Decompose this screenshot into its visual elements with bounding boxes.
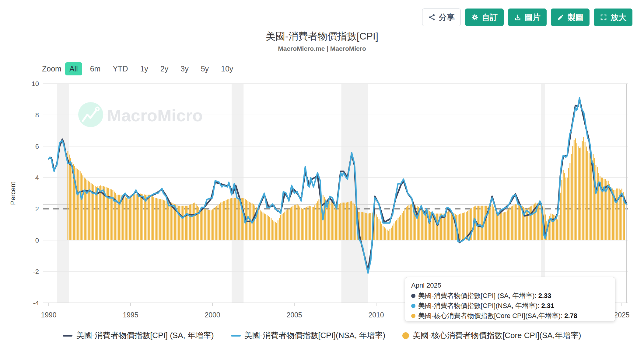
- chart-tooltip: April 2025 美國-消費者物價指數[CPI] (SA, 年增率): 2.…: [405, 277, 615, 321]
- core-cpi-bar: [142, 194, 143, 240]
- core-cpi-bar: [128, 199, 128, 240]
- zoom-option-10y[interactable]: 10y: [217, 62, 237, 75]
- core-cpi-bar: [336, 205, 337, 240]
- core-cpi-bar: [157, 199, 158, 240]
- core-cpi-bar: [350, 202, 351, 240]
- core-cpi-bar: [329, 201, 330, 240]
- macromicro-chart-page: { "header": { "title": "美國-消費者物價指數[CPI]"…: [0, 0, 644, 363]
- zoom-option-ytd[interactable]: YTD: [108, 62, 132, 75]
- customize-button[interactable]: 自訂: [465, 9, 504, 26]
- core-cpi-bar: [292, 206, 293, 240]
- core-cpi-bar: [297, 204, 298, 240]
- fullscreen-button-label: 放大: [611, 12, 626, 23]
- core-cpi-bar: [569, 163, 570, 240]
- core-cpi-bar: [179, 206, 180, 240]
- core-cpi-bar: [460, 214, 461, 240]
- core-cpi-bar: [611, 187, 611, 240]
- core-cpi-bar: [308, 206, 309, 240]
- recession-band: [57, 84, 69, 303]
- core-cpi-bar: [268, 216, 269, 240]
- zoom-option-5y[interactable]: 5y: [197, 62, 213, 75]
- core-cpi-bar: [207, 209, 208, 240]
- core-cpi-bar: [86, 180, 87, 240]
- core-cpi-bar: [231, 198, 232, 240]
- zoom-option-6m[interactable]: 6m: [86, 62, 105, 75]
- core-cpi-bar: [78, 170, 79, 240]
- core-cpi-bar: [272, 220, 273, 240]
- core-cpi-bar: [264, 213, 265, 240]
- core-cpi-bar: [302, 209, 303, 240]
- core-cpi-bar: [596, 165, 597, 240]
- core-cpi-bar: [617, 188, 618, 240]
- core-cpi-bar: [429, 211, 430, 240]
- image-download-button[interactable]: 圖片: [508, 9, 547, 26]
- core-cpi-bar: [369, 213, 370, 240]
- core-cpi-bar: [305, 208, 306, 240]
- x-axis-label: 2000: [205, 311, 220, 319]
- tooltip-row-nsa-label: 美國-消費者物價指數[CPI](NSA, 年增率):: [418, 301, 539, 310]
- core-cpi-bar: [141, 194, 142, 240]
- core-cpi-bar: [345, 202, 345, 240]
- core-cpi-bar: [187, 206, 188, 240]
- core-cpi-bar: [88, 181, 89, 240]
- core-cpi-bar: [152, 196, 153, 240]
- core-cpi-bar: [211, 210, 212, 240]
- core-cpi-bar: [396, 220, 397, 240]
- core-cpi-bar: [213, 208, 214, 240]
- core-cpi-bar: [80, 171, 81, 240]
- legend-item-core[interactable]: 美國-核心消費者物價指數[Core CPI](SA,年增率): [402, 330, 581, 341]
- zoom-option-3y[interactable]: 3y: [176, 62, 193, 75]
- legend-item-sa[interactable]: 美國-消費者物價指數[CPI] (SA, 年增率): [63, 330, 214, 341]
- core-cpi-bar: [196, 204, 197, 240]
- core-cpi-bar: [230, 199, 231, 240]
- core-cpi-bar: [219, 204, 220, 240]
- core-cpi-bar: [526, 209, 527, 240]
- core-cpi-bar: [462, 213, 463, 240]
- core-cpi-bar: [466, 212, 467, 240]
- core-cpi-bar: [313, 207, 314, 240]
- core-cpi-bar: [136, 194, 137, 240]
- core-cpi-bar: [417, 206, 418, 240]
- legend-item-nsa[interactable]: 美國-消費者物價指數[CPI](NSA, 年增率): [231, 330, 386, 341]
- core-cpi-bar: [579, 148, 580, 240]
- core-cpi-bar: [400, 215, 401, 240]
- tooltip-row-core: 美國-核心消費者物價指數[Core CPI](SA,年增率): 2.78: [411, 311, 609, 320]
- core-cpi-bar: [205, 209, 206, 240]
- core-cpi-bar: [70, 158, 71, 240]
- zoom-option-1y[interactable]: 1y: [136, 62, 152, 75]
- core-cpi-bar: [209, 210, 210, 240]
- core-cpi-bar: [247, 201, 248, 240]
- core-cpi-bar: [339, 204, 340, 240]
- core-cpi-bar: [437, 214, 438, 240]
- core-cpi-bar: [137, 194, 138, 240]
- core-cpi-bar: [185, 206, 186, 240]
- core-cpi-bar: [576, 143, 577, 240]
- fullscreen-button[interactable]: 放大: [594, 9, 632, 26]
- core-cpi-bar: [295, 205, 296, 240]
- core-cpi-bar: [609, 184, 610, 240]
- core-cpi-bar: [316, 203, 317, 240]
- expand-icon: [600, 14, 607, 21]
- core-cpi-bar: [387, 230, 388, 240]
- core-cpi-bar: [290, 208, 291, 240]
- y-axis-label: 4: [35, 174, 39, 182]
- share-button[interactable]: 分享: [422, 9, 461, 26]
- core-cpi-bar: [560, 193, 561, 240]
- core-cpi-bar: [515, 204, 516, 240]
- zoom-option-2y[interactable]: 2y: [156, 62, 173, 75]
- core-cpi-bar: [398, 218, 399, 240]
- core-cpi-bar: [481, 206, 482, 240]
- zoom-option-all[interactable]: All: [65, 62, 82, 75]
- core-cpi-bar: [108, 188, 109, 240]
- x-axis-label: 2010: [368, 311, 384, 319]
- core-cpi-bar: [99, 186, 100, 240]
- core-cpi-bar: [274, 221, 275, 240]
- core-cpi-bar: [620, 190, 621, 240]
- core-cpi-bar: [419, 208, 420, 240]
- nsa-legend-marker: [231, 335, 241, 337]
- core-cpi-bar: [69, 155, 70, 240]
- core-cpi-bar: [353, 203, 354, 240]
- watermark-logo-icon: [78, 102, 103, 127]
- chart-builder-button[interactable]: 製圖: [551, 9, 590, 26]
- core-cpi-bar: [402, 213, 403, 240]
